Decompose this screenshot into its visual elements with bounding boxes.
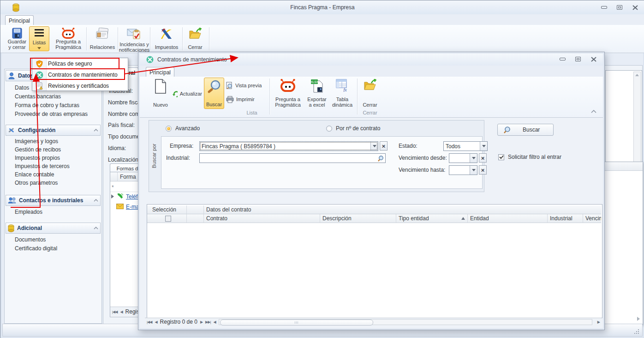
- menu-item-revisiones[interactable]: Revisiones y certificados: [32, 80, 128, 91]
- listas-button[interactable]: Listas: [29, 26, 49, 51]
- contratos-grid: Selección Datos del contrato Contrato De…: [147, 204, 602, 318]
- sidebar-item-datos[interactable]: Datos: [15, 84, 29, 91]
- listas-dropdown-menu: Pólizas de seguro Contratos de mantenimi…: [32, 58, 128, 91]
- dropdown-icon[interactable]: [470, 154, 477, 163]
- child-pregunta-button[interactable]: Pregunta a Pragmática: [272, 78, 304, 109]
- guardar-y-cerrar-button[interactable]: Guardar y cerrar: [6, 26, 28, 51]
- col-group-datos-contrato[interactable]: Datos del contrato: [204, 205, 601, 214]
- lookup-magnifier-icon[interactable]: [377, 155, 384, 162]
- sidebar-item-documentos[interactable]: Documentos: [15, 236, 46, 243]
- menu-item-label: Contratos de mantenimiento: [48, 72, 118, 78]
- sidebar-item-empleados[interactable]: Empleados: [15, 209, 42, 215]
- col-tipo-entidad[interactable]: Tipo entidad: [396, 214, 468, 223]
- tools-circle-icon: [36, 71, 43, 79]
- nuevo-button[interactable]: Nuevo: [149, 78, 172, 109]
- imprimir-button[interactable]: Imprimir: [226, 94, 262, 104]
- main-window-title: Fincas Pragma - Empresa: [0, 4, 644, 11]
- sidebar-item-enlace-contable[interactable]: Enlace contable: [15, 171, 54, 178]
- tabla-label: Tabla dinámica: [330, 97, 354, 108]
- sidebar-item-certificado-digital[interactable]: Certificado digital: [15, 245, 57, 252]
- scroll-up-icon: [635, 74, 639, 76]
- database-icon: [8, 224, 14, 232]
- sidebar-item-cuentas-bancarias[interactable]: Cuentas bancarias: [15, 93, 61, 100]
- imprimir-label: Imprimir: [236, 97, 255, 102]
- nav-next-icon[interactable]: ▶: [200, 320, 203, 324]
- hscroll-thumb[interactable]: [220, 320, 373, 326]
- buscar-ribbon-button[interactable]: Buscar: [204, 78, 224, 109]
- sidebar-section-contactos[interactable]: Contactos e industriales: [6, 195, 101, 206]
- close-button[interactable]: [632, 4, 639, 11]
- vencimiento-desde-clear[interactable]: ×: [479, 153, 487, 163]
- child-record-navigator[interactable]: |◀◀ ◀ Registro 0 de 0 ▶ ▶▶| ◀ ▶: [145, 318, 602, 326]
- vencimiento-hasta-clear[interactable]: ×: [479, 165, 487, 175]
- col-industrial[interactable]: Industrial: [548, 214, 583, 223]
- estado-combo[interactable]: Todos: [443, 141, 488, 151]
- sidebar-item-proveedor[interactable]: Proveedor de otras empresas: [15, 111, 88, 117]
- incidencias-button[interactable]: Incidencias y notificaciones: [119, 26, 150, 54]
- horizontal-scrollbar[interactable]: [219, 319, 592, 325]
- sidebar-section-adicional[interactable]: Adicional: [6, 223, 101, 234]
- empresa-dropdown-icon[interactable]: [370, 142, 378, 151]
- relaciones-button[interactable]: Relaciones: [88, 26, 117, 51]
- listas-icon: [34, 28, 44, 37]
- sidebar-item-otros-parametros[interactable]: Otros parámetros: [15, 180, 58, 186]
- tabla-dinamica-button[interactable]: fx Tabla dinámica: [330, 78, 355, 109]
- child-minimize-button[interactable]: [559, 56, 566, 62]
- main-tabstrip: Principal: [0, 14, 644, 25]
- pragmatica-robot-icon: [280, 79, 296, 92]
- sidebar-section-configuracion[interactable]: Configuración: [6, 125, 101, 136]
- col-entidad[interactable]: Entidad: [468, 214, 548, 223]
- hscroll-right-icon[interactable]: ▶: [597, 320, 600, 324]
- buscar-button[interactable]: Buscar: [497, 124, 554, 136]
- maximize-button[interactable]: [616, 4, 623, 11]
- dropdown-icon[interactable]: [470, 166, 477, 175]
- actualizar-button[interactable]: Actualizar: [172, 88, 203, 100]
- minimize-button[interactable]: [600, 4, 608, 11]
- sidebar-item-impuestos-terceros[interactable]: Impuestos de terceros: [15, 163, 70, 169]
- industrial-label: Industrial:: [166, 155, 190, 161]
- radio-avanzado[interactable]: Avanzado: [166, 125, 200, 132]
- sidebar-item-imagenes[interactable]: Imágenes y logos: [15, 138, 58, 145]
- menu-item-polizas[interactable]: Pólizas de seguro: [32, 58, 128, 69]
- hscroll-left-icon[interactable]: ◀: [213, 320, 215, 324]
- empresa-combo[interactable]: Fincas Pragma ( B58959784 ): [199, 141, 378, 151]
- sidebar-item-forma-cobro[interactable]: Forma de cobro y facturas: [15, 102, 79, 109]
- col-tipo-entidad-label: Tipo entidad: [399, 215, 461, 222]
- child-close-button[interactable]: [590, 56, 597, 62]
- menu-item-contratos[interactable]: Contratos de mantenimiento: [32, 69, 128, 80]
- scroll-right-icon[interactable]: [637, 317, 640, 321]
- nav-prev-icon[interactable]: ◀: [155, 320, 157, 324]
- empresa-clear-button[interactable]: ×: [380, 141, 388, 151]
- industrial-field[interactable]: [199, 153, 386, 163]
- seleccion-checkbox-header[interactable]: [150, 214, 187, 223]
- vencimiento-hasta-combo[interactable]: [449, 165, 477, 175]
- collapse-ribbon-icon[interactable]: [591, 110, 596, 114]
- nav-first-icon[interactable]: |◀◀: [147, 320, 152, 324]
- dropdown-caret-icon: [37, 47, 41, 49]
- main-window: Fincas Pragma - Empresa Principal Guarda…: [0, 0, 644, 338]
- sidebar-item-impuestos-propios[interactable]: Impuestos propios: [15, 155, 60, 161]
- child-maximize-button[interactable]: [574, 56, 582, 62]
- new-page-icon: [155, 79, 167, 94]
- col-descripcion[interactable]: Descripción: [320, 214, 396, 223]
- impuestos-button[interactable]: Impuestos: [152, 26, 181, 51]
- resize-grip[interactable]: [633, 328, 640, 335]
- col-vencimiento[interactable]: Vencimiento: [583, 214, 601, 223]
- vista-previa-button[interactable]: Vista previa: [226, 80, 268, 91]
- cerrar-button[interactable]: Cerrar: [184, 26, 206, 51]
- vencimiento-desde-combo[interactable]: [449, 153, 477, 163]
- radio-por-numero[interactable]: Por nº de contrato: [326, 125, 380, 132]
- estado-label: Estado:: [399, 143, 417, 149]
- sidebar-item-gestion-recibos[interactable]: Gestión de recibos: [15, 146, 61, 153]
- estado-dropdown-icon[interactable]: [480, 142, 487, 151]
- exportar-excel-button[interactable]: XLSX Exportar a excel: [305, 78, 329, 109]
- nav-last-icon[interactable]: ▶▶|: [205, 320, 210, 324]
- contratos-window-icon: [146, 56, 154, 63]
- grid-empty-body: [147, 223, 602, 318]
- pregunta-pragmatica-button[interactable]: Pregunta a Pragmática: [51, 26, 85, 51]
- col-contrato[interactable]: Contrato: [204, 214, 320, 223]
- col-seleccion[interactable]: Selección: [150, 205, 187, 214]
- solicitar-filtro-checkbox[interactable]: Solicitar filtro al entrar: [498, 154, 561, 160]
- child-cerrar-button[interactable]: Cerrar: [359, 78, 381, 109]
- section-title: Contactos e industriales: [19, 197, 91, 204]
